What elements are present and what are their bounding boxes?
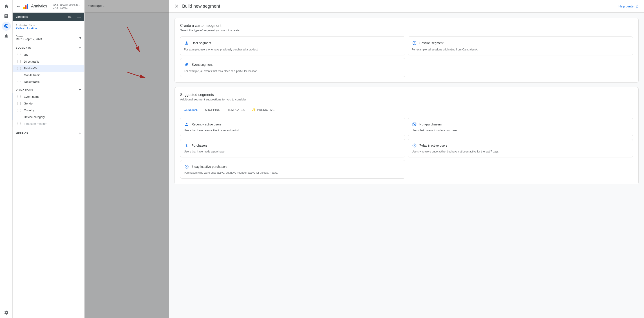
segment-item-us[interactable]: ⋮⋮ US [12, 51, 84, 58]
add-metric-button[interactable]: + [78, 131, 81, 135]
drag-handle: ⋮⋮ [16, 80, 22, 84]
event-segment-desc: For example, all events that took place … [184, 69, 402, 73]
event-segment-icon [184, 62, 189, 67]
back-button[interactable]: ← [16, 4, 21, 9]
session-segment-header: Session segment [412, 40, 629, 46]
segment-item-paid[interactable]: ⋮⋮ Paid traffic [12, 65, 84, 72]
metrics-title: METRICS [16, 132, 28, 135]
suggested-purchasers[interactable]: Purchasers Users that have made a purcha… [180, 139, 405, 157]
tab-templates-label: TEMPLATES [228, 108, 245, 111]
7day-inactive-header: 7-day inactive users [412, 143, 629, 148]
variables-title: Variables [16, 15, 28, 19]
suggested-grid: Recently active users Users that have be… [180, 118, 633, 179]
add-dimension-button[interactable]: + [78, 87, 81, 92]
tab-predictive[interactable]: ✨ PREDICTIVE [248, 106, 278, 114]
logo [24, 4, 28, 9]
help-center-link[interactable]: Help center [618, 5, 638, 8]
exploration-name-section: Exploration Name: Path exploration [12, 21, 84, 33]
tab-shopping[interactable]: SHOPPING [201, 106, 224, 114]
predictive-icon: ✨ [252, 108, 256, 111]
modal-header: ✕ Build new segment Help center [169, 0, 644, 13]
custom-segment-card: Create a custom segment Select the type … [174, 18, 638, 83]
dimension-label: Country [24, 109, 34, 112]
user-segment-desc: For example, users who have previously p… [184, 48, 402, 52]
dimension-label: Event name [24, 95, 39, 98]
help-center-label: Help center [618, 5, 634, 8]
segment-item-tablet[interactable]: ⋮⋮ Tablet traffic [12, 78, 84, 85]
top-bar: ← Analytics GA4 - Google Merch S...GA4 -… [12, 0, 84, 13]
home-icon[interactable] [2, 2, 11, 11]
dimensions-title: DIMENSIONS [16, 88, 33, 91]
drag-handle: ⋮⋮ [16, 66, 22, 70]
segment-label-mobile: Mobile traffic [24, 73, 40, 77]
reports-icon[interactable] [2, 12, 11, 21]
suggested-non-purchasers[interactable]: Non-purchasers Users that have not made … [408, 118, 633, 136]
drag-handle: ⋮⋮ [16, 73, 22, 77]
segment-label-paid: Paid traffic [24, 67, 38, 70]
recently-active-name: Recently active users [192, 122, 222, 126]
drag-handle: ⋮⋮ [16, 95, 22, 98]
modal-body: Create a custom segment Select the type … [169, 13, 644, 318]
suggested-7day-inactive-purchasers[interactable]: 7-day inactive purchasers Purchasers who… [180, 160, 405, 179]
advertising-icon[interactable] [2, 32, 11, 41]
segment-label-direct: Direct traffic [24, 60, 39, 63]
segment-label-us: US [24, 53, 28, 57]
explore-icon[interactable] [2, 22, 11, 31]
dimension-event-name[interactable]: ⋮⋮ Event name [12, 93, 84, 100]
purchasers-name: Purchasers [192, 144, 208, 147]
session-segment-desc: For example, all sessions originating fr… [412, 48, 629, 52]
user-segment-option[interactable]: User segment For example, users who have… [180, 37, 405, 55]
7day-inactive-desc: Users who were once active, but have not… [412, 149, 629, 153]
7day-inactive-name: 7-day inactive users [419, 144, 448, 147]
non-purchasers-desc: Users that have not made a purchase [412, 128, 629, 132]
minimize-button[interactable]: — [77, 15, 82, 19]
variables-header: Variables Ta... — [12, 13, 84, 21]
purchasers-desc: Users that have made a purchase [184, 149, 402, 153]
dimension-gender[interactable]: ⋮⋮ Gender [12, 100, 84, 107]
recently-active-icon [184, 122, 189, 127]
session-segment-name: Session segment [419, 41, 444, 45]
logo-bar-1 [24, 7, 25, 9]
recently-active-header: Recently active users [184, 122, 402, 127]
modal-header-left: ✕ Build new segment [174, 4, 220, 9]
7day-inactive-purchasers-icon [184, 164, 189, 169]
7day-inactive-icon [412, 143, 417, 148]
exploration-value: Path exploration [16, 27, 81, 30]
suggested-7day-inactive[interactable]: 7-day inactive users Users who were once… [408, 139, 633, 157]
tab-templates[interactable]: TEMPLATES [224, 106, 248, 114]
exploration-label: Exploration Name: [16, 24, 81, 27]
7day-inactive-purchasers-name: 7-day inactive purchasers [192, 165, 228, 169]
dimension-device[interactable]: ⋮⋮ Device category [12, 113, 84, 120]
close-modal-button[interactable]: ✕ [174, 4, 178, 9]
add-segment-button[interactable]: + [78, 46, 81, 50]
non-purchasers-header: Non-purchasers [412, 122, 629, 127]
modal-title: Build new segment [182, 4, 220, 9]
logo-bars [24, 4, 28, 9]
segment-item-mobile[interactable]: ⋮⋮ Mobile traffic [12, 72, 84, 78]
segment-types-grid: User segment For example, users who have… [180, 37, 633, 77]
variables-panel: ← Analytics GA4 - Google Merch S...GA4 -… [12, 0, 84, 318]
tab-general[interactable]: GENERAL [180, 106, 201, 114]
dimensions-section-header: DIMENSIONS + [12, 85, 84, 93]
dimension-label: First user medium [24, 122, 47, 125]
date-range-value: Mar 19 - Apr 17, 2023 [16, 38, 42, 41]
metrics-section-header: METRICS + [12, 129, 84, 137]
purchasers-header: Purchasers [184, 143, 402, 148]
settings-icon[interactable] [2, 308, 11, 317]
session-segment-icon [412, 40, 417, 46]
date-custom-label: Custom [16, 35, 42, 38]
session-segment-option[interactable]: Session segment For example, all session… [408, 37, 633, 55]
segment-item-direct[interactable]: ⋮⋮ Direct traffic [12, 58, 84, 65]
dimension-first-user-medium[interactable]: ⋮⋮ First user medium [12, 120, 84, 127]
dimension-country[interactable]: ⋮⋮ Country [12, 107, 84, 113]
suggested-recently-active[interactable]: Recently active users Users that have be… [180, 118, 405, 136]
drag-handle: ⋮⋮ [16, 108, 22, 112]
drag-handle: ⋮⋮ [16, 53, 22, 57]
drag-handle: ⋮⋮ [16, 122, 22, 125]
date-dropdown-arrow: ▾ [80, 36, 81, 40]
drag-handle: ⋮⋮ [16, 102, 22, 105]
recently-active-desc: Users that have been active in a recent … [184, 128, 402, 132]
date-range-section[interactable]: Custom Mar 19 - Apr 17, 2023 ▾ [12, 33, 84, 43]
logo-bar-3 [27, 4, 28, 9]
event-segment-option[interactable]: Event segment For example, all events th… [180, 58, 405, 77]
